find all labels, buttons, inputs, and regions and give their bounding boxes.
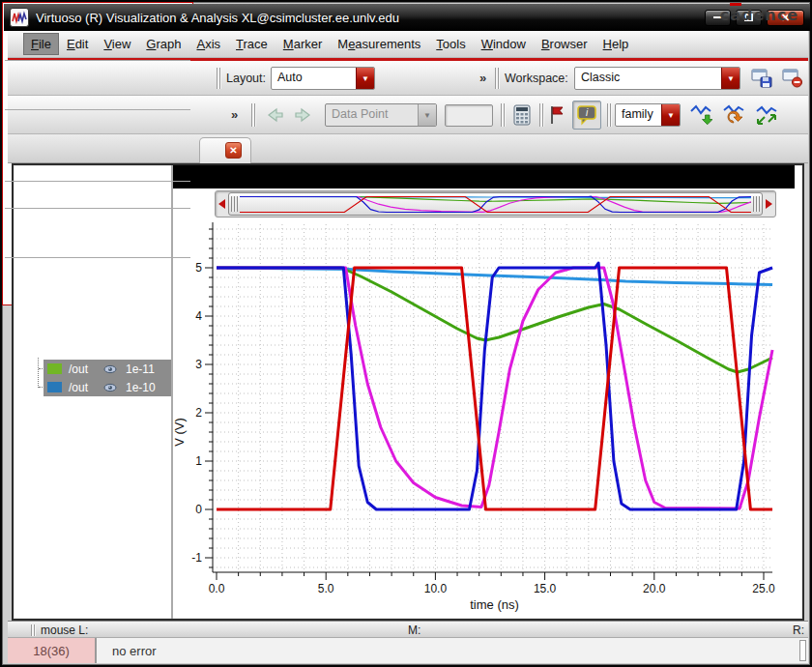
status-grip <box>31 624 36 636</box>
layout-dropdown-arrow[interactable]: ▼ <box>356 68 374 89</box>
status-resize-grip[interactable] <box>799 640 806 661</box>
menu-view[interactable]: View <box>96 33 138 55</box>
trace-name: /out <box>69 362 103 376</box>
mouse-right-label: R: <box>793 624 804 637</box>
waveform-chart[interactable]: 0.05.010.015.020.025.0-1012345time (ns)V… <box>173 188 797 618</box>
graph-tab[interactable]: ✕ <box>199 137 251 163</box>
visibility-eye-icon[interactable] <box>103 364 120 374</box>
status-message: no error <box>112 644 157 658</box>
flag-button[interactable] <box>545 102 568 128</box>
panner-trace-out-fast <box>240 196 751 212</box>
datapoint-dropdown-arrow[interactable]: ▼ <box>418 104 436 126</box>
toolbar-trace: » Data Point ▼ i family ▼ <box>8 96 808 134</box>
svg-text:25.0: 25.0 <box>752 582 775 595</box>
menu-separator <box>3 58 192 63</box>
menu-measurements[interactable]: Measurements <box>330 33 428 55</box>
annotation-button[interactable]: i <box>572 101 601 130</box>
fit-waveform-button[interactable] <box>752 101 781 130</box>
delete-workspace-button[interactable] <box>779 66 806 91</box>
save-workspace-button[interactable] <box>748 66 775 91</box>
previous-point-button[interactable] <box>261 102 288 128</box>
menu-window[interactable]: Window <box>474 33 534 55</box>
layout-combobox[interactable]: Auto ▼ <box>271 67 375 90</box>
toolbar-grip[interactable] <box>217 68 221 89</box>
panner-left-button[interactable] <box>216 191 228 217</box>
menu-axis[interactable]: Axis <box>188 33 228 55</box>
panner-grip-left[interactable] <box>231 196 238 212</box>
toolbar-grip[interactable] <box>251 103 256 127</box>
menu-edit[interactable]: Edit <box>59 33 96 55</box>
refresh-waveform-button[interactable] <box>719 101 748 130</box>
graph-header-bar <box>173 165 795 188</box>
export-waveform-button[interactable] <box>686 101 715 130</box>
trace-color-chip <box>47 363 62 374</box>
window-title: Virtuoso (R) Visualization & Analysis XL… <box>36 11 700 25</box>
x-axis-title: time (ns) <box>470 597 519 612</box>
chart-tick-labels: 0.05.010.015.020.025.0-1012345 <box>191 261 775 595</box>
trace-color-chip <box>47 382 62 392</box>
workspace-combobox[interactable]: Classic ▼ <box>574 67 740 90</box>
toolbar-workspace: Layout: Auto ▼ » Workspace: Classic ▼ <box>8 61 808 96</box>
trace-param-value: 1e-11 <box>126 362 155 376</box>
toolbar-grip[interactable] <box>607 103 612 127</box>
datapoint-combobox[interactable]: Data Point ▼ <box>325 103 437 127</box>
toolbar-grip[interactable] <box>495 68 500 89</box>
subwindow-tab-bar: ✕ <box>8 134 808 163</box>
menu-bar: FileEditViewGraphAxisTraceMarkerMeasurem… <box>8 31 808 58</box>
menu-separator <box>3 107 192 112</box>
tab-close-button[interactable]: ✕ <box>225 142 242 159</box>
menu-separator <box>3 255 192 260</box>
panner-trace-input-pulse <box>240 197 751 213</box>
message-status-bar: 18(36) no error <box>8 638 808 663</box>
svg-text:15.0: 15.0 <box>534 582 557 595</box>
panner-right-button[interactable] <box>763 191 775 217</box>
family-value: family <box>616 104 661 126</box>
family-combobox[interactable]: family ▼ <box>615 103 681 127</box>
menu-marker[interactable]: Marker <box>276 33 330 55</box>
svg-text:0.0: 0.0 <box>209 582 225 595</box>
y-axis-title: V (V) <box>173 418 187 447</box>
mouse-left-label: mouse L: <box>41 624 88 637</box>
datapoint-input[interactable] <box>445 104 493 127</box>
next-point-button[interactable] <box>290 102 317 128</box>
svg-text:5.0: 5.0 <box>318 582 334 595</box>
legend-row[interactable]: /out1e-11 <box>44 360 171 378</box>
menu-trace[interactable]: Trace <box>228 33 276 55</box>
panner-trace-out-cap-1e-10 <box>240 197 751 213</box>
visibility-eye-icon[interactable] <box>103 383 120 392</box>
legend-row[interactable]: /out1e-10 <box>44 378 171 396</box>
layout-label: Layout: <box>226 72 266 85</box>
title-bar: Virtuoso (R) Visualization & Analysis XL… <box>4 4 810 31</box>
family-dropdown-arrow[interactable]: ▼ <box>661 104 680 126</box>
error-counter-badge[interactable]: 18(36) <box>8 638 97 663</box>
panner-thumb[interactable] <box>228 192 763 216</box>
menu-help[interactable]: Help <box>595 33 637 55</box>
panner-grip-right[interactable] <box>753 196 760 212</box>
svg-text:-1: -1 <box>191 551 202 565</box>
mouse-middle-label: M: <box>408 624 420 637</box>
svg-text:5: 5 <box>195 261 202 275</box>
menu-tools[interactable]: Tools <box>428 33 473 55</box>
toolbar-grip[interactable] <box>501 103 506 127</box>
trace-out-fast[interactable] <box>217 263 772 509</box>
svg-text:3: 3 <box>195 358 202 371</box>
calculator-button[interactable] <box>508 102 536 128</box>
toolbar-overflow-chevron[interactable]: » <box>479 71 486 85</box>
svg-text:2: 2 <box>195 406 202 420</box>
menu-separator <box>3 206 192 211</box>
workspace-dropdown-arrow[interactable]: ▼ <box>721 68 740 89</box>
menu-browser[interactable]: Browser <box>534 33 595 55</box>
svg-text:20.0: 20.0 <box>643 582 666 595</box>
trace-param-value: 1e-10 <box>126 381 156 394</box>
legend-tree-line <box>38 358 39 388</box>
menu-file[interactable]: File <box>23 33 59 55</box>
trace-out-cap-1e-10[interactable] <box>217 268 772 508</box>
toolbar-grip[interactable] <box>539 103 544 127</box>
mouse-status-bar: mouse L: M: R: <box>8 621 808 638</box>
toolbar-overflow-chevron[interactable]: » <box>231 107 238 122</box>
trace-input-pulse[interactable] <box>217 268 772 509</box>
tab-close-icon: ✕ <box>229 145 237 156</box>
menu-graph[interactable]: Graph <box>138 33 188 55</box>
svg-text:0: 0 <box>195 503 202 516</box>
panner-waveform-preview <box>240 192 751 216</box>
